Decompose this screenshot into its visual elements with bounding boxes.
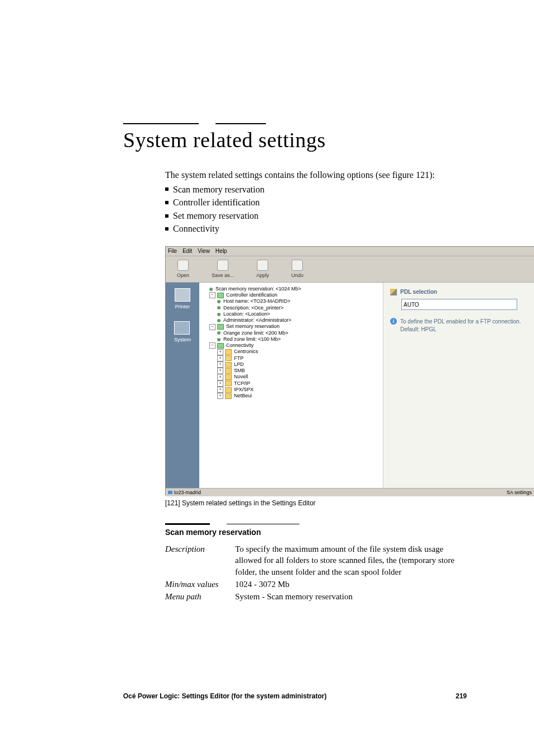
undo-icon <box>292 260 303 271</box>
settings-editor-screenshot: File Edit View Help Open Save as... Appl… <box>165 246 534 495</box>
spec-value-menupath: System - Scan memory reservation <box>235 591 467 602</box>
page-title: System related settings <box>123 128 467 152</box>
menubar: File Edit View Help <box>166 247 534 256</box>
menu-help[interactable]: Help <box>216 247 227 255</box>
tree-netbeui[interactable]: NetBeui <box>225 393 252 398</box>
expand-icon[interactable]: + <box>217 368 223 374</box>
spec-label-description: Description <box>165 543 235 577</box>
open-icon <box>177 260 189 271</box>
spec-value-minmax: 1024 - 3072 Mb <box>235 579 467 590</box>
sidebar-label: System <box>174 336 191 343</box>
sidebar-label: Printer <box>175 303 190 310</box>
tree-description[interactable]: Description: <Oce_printer> <box>202 305 381 311</box>
detail-panel: PDL selection i To define the PDL enable… <box>383 283 534 488</box>
tree-centronics[interactable]: Centronics <box>225 349 258 354</box>
expand-icon[interactable]: + <box>217 374 223 381</box>
info-text-line2: Default: HPGL <box>400 326 521 334</box>
section-heading: Scan memory reservation <box>165 527 467 538</box>
open-label: Open <box>177 272 189 279</box>
sidebar-item-printer[interactable]: Printer <box>175 288 190 310</box>
tree-orange-limit[interactable]: Orange zone limit: <200 Mb> <box>202 330 381 336</box>
category-sidebar: Printer System <box>166 283 199 488</box>
saveas-button[interactable]: Save as... <box>212 260 234 279</box>
toolbar: Open Save as... Apply Undo <box>166 256 534 283</box>
pencil-icon <box>390 289 397 295</box>
bullet-item: Controller identification <box>173 196 260 209</box>
tree-controller-id[interactable]: Controller identification <box>217 292 278 298</box>
printer-icon <box>175 288 190 302</box>
detail-heading: PDL selection <box>400 288 437 296</box>
menu-edit[interactable]: Edit <box>182 247 192 255</box>
connection-icon <box>168 491 172 494</box>
collapse-icon[interactable]: − <box>209 324 216 330</box>
bullet-item: Connectivity <box>173 223 219 235</box>
tree-novell[interactable]: Novell <box>225 374 248 379</box>
open-button[interactable]: Open <box>177 260 189 279</box>
collapse-icon[interactable]: − <box>209 292 216 298</box>
status-host: to23-madrid <box>174 489 201 496</box>
tree-red-limit[interactable]: Red zone limit: <100 Mb> <box>202 336 381 342</box>
pdl-selection-input[interactable] <box>401 299 517 310</box>
tree-set-memory[interactable]: Set memory reservation <box>217 323 280 329</box>
expand-icon[interactable]: + <box>217 361 223 368</box>
system-icon <box>174 321 190 335</box>
expand-icon[interactable]: + <box>217 349 223 355</box>
tree-connectivity[interactable]: Connectivity <box>217 342 254 348</box>
tree-location[interactable]: Location: <Location> <box>202 311 381 317</box>
footer-text: Océ Power Logic: Settings Editor (for th… <box>123 692 326 700</box>
menu-view[interactable]: View <box>198 247 210 255</box>
bullet-item: Set memory reservation <box>173 210 259 222</box>
tree-ipxspx[interactable]: IPX/SPX <box>225 387 254 392</box>
figure-caption: [121] System related settings in the Set… <box>165 499 467 508</box>
tree-ftp[interactable]: FTP <box>225 355 243 361</box>
info-text-line1: To define the PDL enabled for a FTP conn… <box>400 318 521 326</box>
expand-icon[interactable]: + <box>217 387 223 393</box>
apply-icon <box>257 260 268 271</box>
spec-label-minmax: Min/max values <box>165 579 235 590</box>
tree-smb[interactable]: SMB <box>225 368 245 373</box>
bullet-item: Scan memory reservation <box>173 184 265 196</box>
undo-label: Undo <box>292 272 304 279</box>
spec-label-menupath: Menu path <box>165 591 235 602</box>
undo-button[interactable]: Undo <box>292 260 304 279</box>
apply-button[interactable]: Apply <box>256 260 269 279</box>
collapse-icon[interactable]: − <box>209 342 216 349</box>
status-mode: SA settings <box>507 489 532 496</box>
saveas-label: Save as... <box>212 272 234 279</box>
info-icon: i <box>390 318 397 325</box>
intro-text: The system related settings contains the… <box>165 169 467 181</box>
tree-host-name[interactable]: Host name: <TO23-MADRID> <box>202 298 381 304</box>
status-bar: to23-madrid SA settings <box>166 488 534 496</box>
spec-value-description: To specify the maximum amount of the fil… <box>235 543 467 577</box>
tree-administrator[interactable]: Administrator: <Administrator> <box>202 317 381 323</box>
spec-table: Description To specify the maximum amoun… <box>165 543 467 602</box>
sidebar-item-system[interactable]: System <box>174 321 191 343</box>
save-icon <box>217 260 228 271</box>
expand-icon[interactable]: + <box>217 381 223 387</box>
settings-tree[interactable]: Scan memory reservation: <1024 Mb> −Cont… <box>199 283 383 488</box>
tree-scan-memory[interactable]: Scan memory reservation: <1024 Mb> <box>202 286 381 292</box>
tree-tcpip[interactable]: TCP/IP <box>225 381 250 386</box>
tree-lpd[interactable]: LPD <box>225 361 244 367</box>
apply-label: Apply <box>256 272 269 279</box>
expand-icon[interactable]: + <box>217 355 223 361</box>
bullet-list: Scan memory reservation Controller ident… <box>165 184 467 235</box>
page-number: 219 <box>456 692 467 700</box>
expand-icon[interactable]: + <box>217 393 223 399</box>
menu-file[interactable]: File <box>168 247 177 255</box>
